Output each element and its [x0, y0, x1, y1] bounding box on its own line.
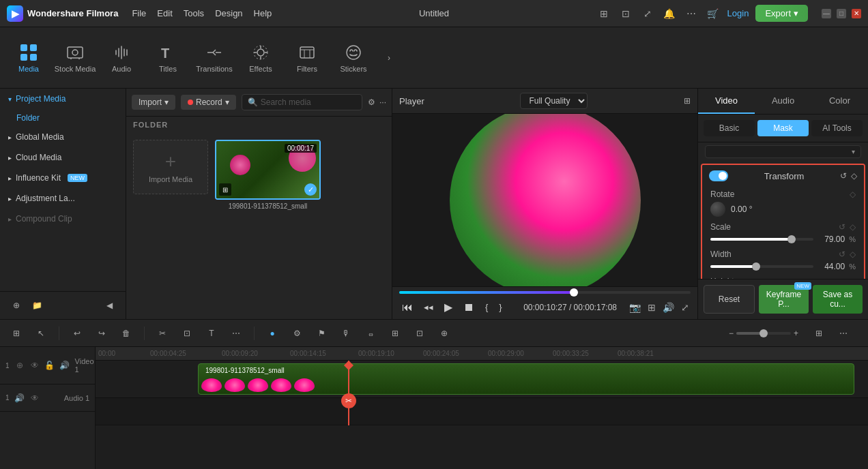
rotate-dial[interactable]	[710, 202, 725, 217]
more-options-tl[interactable]: ⋯	[834, 324, 853, 343]
minimize-button[interactable]: —	[822, 9, 831, 18]
record-button[interactable]: Record ▾	[181, 95, 236, 110]
marker-icon[interactable]: ⚑	[312, 324, 331, 343]
crop-icon[interactable]: ⊡	[177, 324, 197, 343]
menu-edit[interactable]: Edit	[157, 8, 172, 18]
audio-mute-icon[interactable]: 🔊	[14, 392, 26, 404]
menu-help[interactable]: Help	[254, 8, 272, 18]
settings-icon[interactable]: ⚙	[287, 324, 306, 343]
bell-icon[interactable]: 🔔	[662, 6, 677, 21]
folder-icon[interactable]: 📁	[29, 297, 45, 314]
fullscreen-icon[interactable]: ⊞	[684, 96, 691, 106]
tab-color[interactable]: Color	[811, 89, 868, 114]
subtab-mask[interactable]: Mask	[757, 120, 809, 136]
menu-file[interactable]: File	[132, 8, 146, 18]
more-icon[interactable]: ···	[379, 97, 386, 107]
import-media-item[interactable]: + Import Media	[133, 140, 208, 194]
text-icon[interactable]: T	[202, 324, 221, 343]
sidebar-item-adjustment[interactable]: ▸ Adjustment La...	[0, 188, 126, 209]
resize-icon[interactable]: ⤢	[680, 301, 691, 314]
tool-effects[interactable]: Effects	[239, 32, 283, 83]
multi-cam-icon[interactable]: ⊞	[386, 324, 405, 343]
skip-back-button[interactable]: ⏮	[399, 300, 416, 315]
zoom-in-tl-icon[interactable]: ⊕	[435, 324, 454, 343]
quality-select[interactable]: Full Quality	[520, 93, 588, 109]
stop-button[interactable]: ⏹	[461, 300, 477, 315]
zoom-minus[interactable]: −	[729, 329, 734, 338]
delete-icon[interactable]: 🗑	[117, 324, 136, 343]
redo-icon[interactable]: ↪	[92, 324, 111, 343]
sidebar-item-global-media[interactable]: ▸ Global Media	[0, 127, 126, 147]
scale-slider[interactable]	[710, 238, 813, 241]
filter-icon[interactable]: ⚙	[368, 97, 375, 107]
select-tool-icon[interactable]: ↖	[31, 324, 50, 343]
more-tools-icon[interactable]: ⋯	[227, 324, 246, 343]
tool-stock-media[interactable]: Stock Media	[53, 32, 97, 83]
mark-out-button[interactable]: }	[496, 301, 504, 314]
grid-icon[interactable]: ⊡	[618, 6, 633, 21]
sidebar-item-compound-clip[interactable]: ▸ Compound Clip	[0, 209, 126, 229]
tool-filters[interactable]: Filters	[285, 32, 329, 83]
sidebar-item-influence-kit[interactable]: ▸ Influence Kit NEW	[0, 168, 126, 188]
sidebar-item-cloud-media[interactable]: ▸ Cloud Media	[0, 147, 126, 168]
mark-in-button[interactable]: {	[482, 301, 491, 314]
tool-media[interactable]: Media	[7, 32, 50, 83]
zoom-slider[interactable]	[736, 332, 791, 335]
undo-icon[interactable]: ↩	[68, 324, 87, 343]
tool-titles[interactable]: T Titles	[146, 32, 190, 83]
timeline-ruler[interactable]: 00:00 00:00:04:25 00:00:09:20 00:00:14:1…	[96, 347, 868, 361]
audio-icon[interactable]: 🎙	[336, 324, 356, 343]
volume-icon[interactable]: 🔊	[661, 301, 676, 314]
tab-audio[interactable]: Audio	[755, 89, 811, 114]
menu-design[interactable]: Design	[215, 8, 242, 18]
import-button[interactable]: Import ▾	[132, 95, 175, 110]
tool-audio[interactable]: Audio	[100, 32, 143, 83]
share-icon[interactable]: ⤢	[640, 6, 655, 21]
split-clip-icon[interactable]: ⊞	[7, 324, 26, 343]
audio-eye-icon[interactable]: 👁	[29, 392, 41, 404]
fullscreen-ctrl-icon[interactable]: ⊞	[646, 301, 657, 314]
step-back-button[interactable]: ◂◂	[421, 301, 436, 314]
layout-icon[interactable]: ⊞	[809, 324, 828, 343]
auto-snap-icon[interactable]: ●	[263, 324, 282, 343]
transform-toggle[interactable]	[709, 170, 728, 181]
media-thumbnail[interactable]: 00:00:17 ✓ ⊞ 199801-911378512_small	[215, 140, 321, 210]
add-track-icon[interactable]: ⊕	[8, 297, 25, 314]
subtab-basic[interactable]: Basic	[704, 120, 755, 136]
save-custom-button[interactable]: Save as cu...	[813, 285, 863, 314]
snapshot-icon[interactable]: 📷	[628, 301, 642, 314]
collapse-icon[interactable]: ◀	[101, 297, 117, 314]
tool-transitions[interactable]: Transitions	[192, 32, 236, 83]
clip-speed-icon[interactable]: ⊡	[410, 324, 429, 343]
scale-reset-icon[interactable]: ↺	[839, 222, 845, 232]
track-eye-icon[interactable]: 👁	[29, 359, 41, 372]
progress-bar[interactable]	[399, 291, 691, 294]
split-audio-icon[interactable]: ⏛	[361, 324, 380, 343]
keyframe-button[interactable]: Keyframe P... NEW	[759, 285, 809, 314]
maximize-button[interactable]: □	[837, 9, 846, 18]
sidebar-item-folder[interactable]: Folder	[0, 109, 126, 127]
track-volume-icon[interactable]: 🔊	[59, 359, 71, 372]
scale-keyframe-icon[interactable]: ◇	[850, 222, 856, 232]
export-dropdown-arrow[interactable]: ▾	[794, 8, 798, 18]
export-button[interactable]: Export ▾	[755, 5, 808, 22]
close-button[interactable]: ✕	[852, 9, 861, 18]
tool-stickers[interactable]: Stickers	[332, 32, 375, 83]
track-add-icon[interactable]: ⊕	[14, 359, 26, 372]
search-box[interactable]: 🔍 Search media	[242, 94, 362, 110]
cut-icon[interactable]: ✂	[153, 324, 172, 343]
play-button[interactable]: ▶	[442, 299, 455, 315]
video-clip[interactable]: 199801-911378512_small	[198, 363, 854, 395]
reset-transform-icon[interactable]: ↺	[840, 171, 847, 181]
width-reset-icon[interactable]: ↺	[839, 249, 845, 259]
diamond-icon[interactable]: ◇	[851, 171, 857, 181]
zoom-plus[interactable]: +	[794, 329, 798, 338]
rotate-keyframe-icon[interactable]: ◇	[850, 190, 856, 199]
toolbar-more-arrow[interactable]: ›	[381, 50, 397, 66]
reset-button[interactable]: Reset	[704, 285, 755, 314]
monitor-icon[interactable]: ⊞	[596, 6, 611, 21]
dropdown-row[interactable]: ▾	[705, 145, 861, 158]
track-lock-icon[interactable]: 🔓	[44, 359, 56, 372]
menu-tools[interactable]: Tools	[184, 8, 204, 18]
cart-icon[interactable]: 🛒	[706, 6, 721, 21]
